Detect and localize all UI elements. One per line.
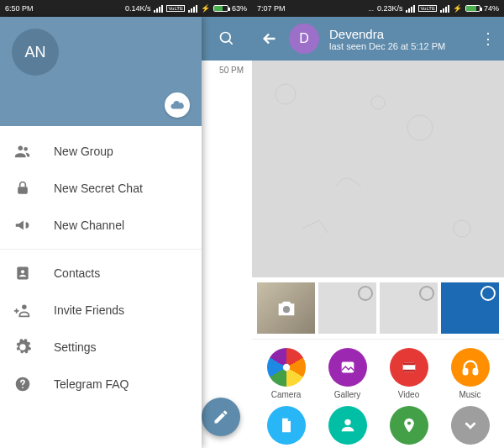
svg-point-10 bbox=[407, 115, 433, 140]
menu-invite-friends[interactable]: Invite Friends bbox=[0, 292, 202, 329]
attach-location[interactable]: Location bbox=[380, 406, 438, 448]
svg-rect-4 bbox=[18, 187, 28, 193]
status-time: 7:07 PM bbox=[257, 4, 368, 13]
signal-icon bbox=[440, 5, 449, 13]
chat-time: 50 PM bbox=[202, 61, 252, 75]
attach-label: Music bbox=[459, 390, 480, 399]
contact-avatar[interactable]: D bbox=[289, 24, 319, 54]
attach-music[interactable]: Music bbox=[441, 348, 499, 399]
menu-label: Telegram FAQ bbox=[54, 377, 129, 391]
svg-rect-18 bbox=[402, 370, 415, 372]
menu-contacts[interactable]: Contacts bbox=[0, 255, 202, 292]
status-bar: 6:50 PM 0.14K/s VoLTE ⚡ 63% bbox=[0, 0, 252, 17]
background-chat-list: 50 PM bbox=[202, 17, 252, 448]
nav-drawer: AN New Group New Secret Chat New Channel… bbox=[0, 17, 202, 448]
attach-camera[interactable]: Camera bbox=[257, 348, 315, 399]
attach-gallery[interactable]: Gallery bbox=[318, 348, 376, 399]
attach-label: Video bbox=[398, 390, 419, 399]
right-screenshot: 7:07 PM ... 0.23K/s VoLTE ⚡ 74% D Devend… bbox=[252, 0, 504, 448]
menu-new-group[interactable]: New Group bbox=[0, 133, 202, 170]
svg-point-6 bbox=[21, 270, 24, 273]
media-thumbnail[interactable] bbox=[441, 282, 499, 334]
svg-rect-20 bbox=[473, 369, 477, 374]
headphones-icon bbox=[461, 358, 480, 377]
invite-icon bbox=[13, 301, 32, 319]
select-circle[interactable] bbox=[480, 286, 496, 301]
attach-video[interactable]: Video bbox=[380, 348, 438, 399]
menu-label: New Group bbox=[54, 145, 113, 158]
battery-pct: 74% bbox=[484, 4, 499, 13]
volte-badge: VoLTE bbox=[418, 5, 437, 12]
svg-point-11 bbox=[454, 220, 470, 237]
svg-rect-19 bbox=[463, 369, 467, 374]
menu-label: Settings bbox=[54, 340, 97, 354]
svg-point-2 bbox=[18, 146, 24, 151]
camera-shutter-icon bbox=[278, 359, 295, 376]
attach-file[interactable]: File bbox=[257, 406, 315, 448]
more-menu-icon[interactable]: ⋮ bbox=[480, 29, 496, 48]
recent-media-row bbox=[252, 277, 504, 340]
attach-label: Gallery bbox=[334, 390, 361, 399]
svg-point-3 bbox=[24, 147, 28, 151]
attach-collapse[interactable] bbox=[441, 406, 499, 448]
volte-badge: VoLTE bbox=[166, 5, 185, 12]
svg-point-13 bbox=[282, 306, 289, 313]
select-circle[interactable] bbox=[419, 286, 434, 301]
svg-rect-17 bbox=[402, 363, 415, 366]
person-icon bbox=[339, 416, 357, 435]
status-bar: 7:07 PM ... 0.23K/s VoLTE ⚡ 74% bbox=[252, 0, 504, 17]
attachment-sheet: Camera Gallery Video Music File Contact bbox=[252, 277, 504, 448]
battery-icon bbox=[465, 5, 480, 12]
attach-label: Camera bbox=[271, 390, 302, 399]
cloud-button[interactable] bbox=[165, 92, 190, 118]
cloud-icon bbox=[170, 98, 185, 113]
svg-point-0 bbox=[221, 33, 231, 43]
image-icon bbox=[339, 358, 357, 377]
camera-icon bbox=[275, 297, 298, 320]
lock-icon bbox=[13, 179, 32, 198]
menu-label: New Channel bbox=[54, 219, 124, 232]
compose-fab[interactable] bbox=[202, 398, 240, 436]
attach-grid: Camera Gallery Video Music File Contact bbox=[252, 340, 504, 448]
menu-settings[interactable]: Settings bbox=[0, 329, 202, 366]
svg-rect-15 bbox=[341, 362, 354, 373]
menu-label: New Secret Chat bbox=[54, 182, 143, 195]
contacts-icon bbox=[13, 264, 32, 282]
menu-new-secret-chat[interactable]: New Secret Chat bbox=[0, 170, 202, 207]
menu-new-channel[interactable]: New Channel bbox=[0, 207, 202, 244]
chevron-down-icon bbox=[461, 416, 480, 435]
menu-label: Invite Friends bbox=[54, 303, 124, 317]
last-seen: last seen Dec 26 at 5:12 PM bbox=[329, 41, 445, 51]
left-screenshot: 6:50 PM 0.14K/s VoLTE ⚡ 63% 50 PM AN bbox=[0, 0, 252, 448]
select-circle[interactable] bbox=[358, 286, 373, 301]
svg-point-22 bbox=[407, 421, 410, 424]
status-speed: 0.23K/s bbox=[377, 4, 403, 13]
media-thumbnail[interactable] bbox=[380, 282, 438, 334]
svg-point-12 bbox=[371, 96, 385, 109]
contact-name[interactable]: Devendra bbox=[329, 27, 445, 41]
search-icon[interactable] bbox=[218, 30, 235, 47]
attach-contact[interactable]: Contact bbox=[318, 406, 376, 448]
video-icon bbox=[400, 358, 418, 377]
media-thumbnail[interactable] bbox=[318, 282, 376, 334]
svg-point-21 bbox=[344, 419, 350, 425]
battery-icon bbox=[213, 5, 228, 12]
settings-icon bbox=[13, 338, 32, 356]
drawer-header: AN bbox=[0, 17, 202, 126]
status-time: 6:50 PM bbox=[5, 4, 125, 13]
menu-telegram-faq[interactable]: Telegram FAQ bbox=[0, 366, 202, 403]
svg-point-7 bbox=[22, 305, 27, 310]
chat-header: D Devendra last seen Dec 26 at 5:12 PM ⋮ bbox=[252, 17, 504, 61]
back-icon[interactable] bbox=[260, 29, 279, 48]
signal-icon bbox=[154, 5, 163, 13]
chat-background bbox=[252, 61, 504, 277]
camera-thumbnail[interactable] bbox=[257, 282, 315, 334]
charge-icon: ⚡ bbox=[453, 4, 462, 13]
svg-point-9 bbox=[276, 84, 296, 104]
pencil-icon bbox=[213, 408, 229, 425]
svg-line-1 bbox=[229, 41, 233, 45]
user-avatar[interactable]: AN bbox=[12, 29, 59, 76]
location-icon bbox=[401, 417, 417, 434]
battery-pct: 63% bbox=[232, 4, 247, 13]
menu-divider bbox=[0, 249, 202, 250]
